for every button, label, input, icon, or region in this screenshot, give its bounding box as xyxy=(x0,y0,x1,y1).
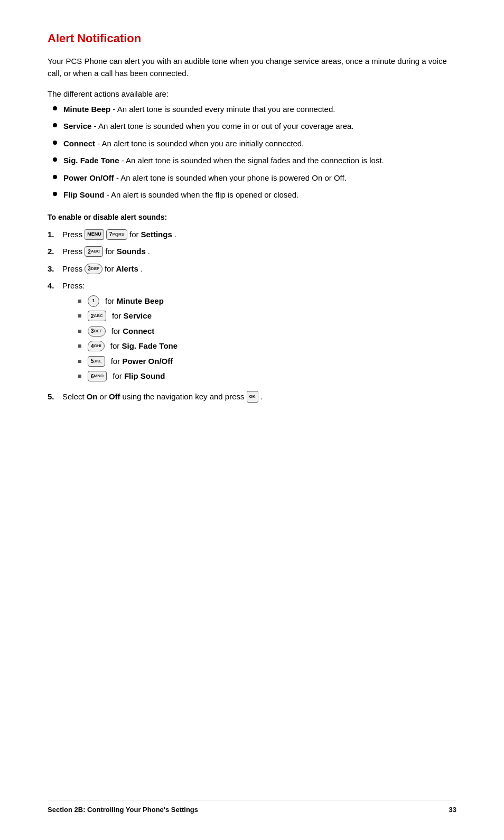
step-3-content: Press 3DEF for Alerts . xyxy=(62,263,456,275)
bullet-dot xyxy=(53,123,57,127)
step-1-text-after: for xyxy=(129,229,139,241)
sub-bullet-dot xyxy=(78,344,81,348)
period: . xyxy=(174,229,176,241)
sub-item-5-text: for Power On/Off xyxy=(111,356,173,368)
key-7pqrs: 7PQRS xyxy=(106,229,127,240)
step-3: 3. Press 3DEF for Alerts . xyxy=(48,263,456,275)
list-item: Sig. Fade Tone - An alert tone is sounde… xyxy=(53,155,456,167)
key-7-sub: PQRS xyxy=(112,231,124,238)
step-2-text-after: for xyxy=(105,246,115,258)
bullet-dot xyxy=(53,141,57,145)
bullet-list: Minute Beep - An alert tone is sounded e… xyxy=(48,104,456,201)
step-5-content: Select On or Off using the navigation ke… xyxy=(62,391,456,403)
bullet-term: Sig. Fade Tone xyxy=(63,156,119,165)
sub-item-3-text: for Connect xyxy=(111,325,155,338)
sub-bullet-dot xyxy=(78,300,81,303)
key-6mno-sub: 6MNO xyxy=(88,371,107,381)
step-2-bold: Sounds xyxy=(117,246,146,258)
step-4-text: Press: xyxy=(62,280,178,292)
sub-item-1-text: for Minute Beep xyxy=(105,295,164,307)
bullet-text: Connect - An alert tone is sounded when … xyxy=(63,138,456,150)
step-1: 1. Press MENU 7PQRS for Settings . xyxy=(48,229,456,241)
bullet-text: Service - An alert tone is sounded when … xyxy=(63,120,456,133)
period: . xyxy=(141,263,143,275)
step-number-3: 3. xyxy=(48,263,62,275)
sub-bullet-dot xyxy=(78,375,81,378)
step-3-text-after: for xyxy=(105,263,114,275)
period: . xyxy=(148,246,150,258)
step-5-period: . xyxy=(260,391,263,403)
step-2: 2. Press 2ABC for Sounds . xyxy=(48,246,456,258)
step-5-select: Select xyxy=(62,391,85,403)
bullet-dot xyxy=(53,157,57,162)
sub-item-2: 2ABC for Service xyxy=(78,310,178,322)
step-number-1: 1. xyxy=(48,229,62,241)
sub-bullet-dot xyxy=(78,360,81,363)
footer-page-number: 33 xyxy=(449,806,456,814)
sub-item-4-text: for Sig. Fade Tone xyxy=(110,340,178,352)
step-5-on: On xyxy=(87,391,98,403)
step-4: 4. Press: 1 for Minute Beep 2ABC for Ser… xyxy=(48,280,456,386)
step-1-content: Press MENU 7PQRS for Settings . xyxy=(62,229,456,241)
intro-paragraph: Your PCS Phone can alert you with an aud… xyxy=(48,55,456,80)
step-2-content: Press 2ABC for Sounds . xyxy=(62,246,456,258)
step-5: 5. Select On or Off using the navigation… xyxy=(48,391,456,403)
bullet-term: Minute Beep xyxy=(63,105,110,114)
sub-item-3: 3DEF for Connect xyxy=(78,325,178,338)
sub-item-4: 4GHI for Sig. Fade Tone xyxy=(78,340,178,352)
sub-item-6-text: for Flip Sound xyxy=(113,370,165,382)
list-item: Connect - An alert tone is sounded when … xyxy=(53,138,456,150)
ok-key: OK xyxy=(247,391,258,403)
actions-intro: The different actions available are: xyxy=(48,89,456,98)
key-3def-sub: 3DEF xyxy=(88,326,106,337)
sub-item-5: 5JKL for Power On/Off xyxy=(78,356,178,368)
sub-item-2-text: for Service xyxy=(112,310,152,322)
key-1: 1 xyxy=(88,295,99,307)
key-2abc: 2ABC xyxy=(85,246,103,257)
step-1-text-before: Press xyxy=(62,229,82,241)
bullet-text: Minute Beep - An alert tone is sounded e… xyxy=(63,104,456,116)
bullet-dot xyxy=(53,192,57,196)
step-5-middle: using the navigation key and press xyxy=(123,391,245,403)
section-label: To enable or disable alert sounds: xyxy=(48,213,456,221)
bullet-text: Power On/Off - An alert tone is sounded … xyxy=(63,172,456,184)
bullet-dot xyxy=(53,106,57,110)
sub-item-1: 1 for Minute Beep xyxy=(78,295,178,307)
sub-bullet-dot xyxy=(78,314,81,318)
bullet-text: Flip Sound - An alert is sounded when th… xyxy=(63,189,456,201)
step-2-text-before: Press xyxy=(62,246,82,258)
step-number-4: 4. xyxy=(48,280,62,292)
bullet-term: Power On/Off xyxy=(63,173,114,182)
footer-section-label: Section 2B: Controlling Your Phone's Set… xyxy=(48,806,198,814)
page-footer: Section 2B: Controlling Your Phone's Set… xyxy=(48,800,456,814)
menu-key-icon: MENU xyxy=(85,229,104,240)
list-item: Minute Beep - An alert tone is sounded e… xyxy=(53,104,456,116)
bullet-dot xyxy=(53,175,57,179)
bullet-term: Connect xyxy=(63,139,95,148)
step-number-2: 2. xyxy=(48,246,62,258)
step-5-or: or xyxy=(100,391,107,403)
step-number-5: 5. xyxy=(48,391,62,403)
sub-bullet-dot xyxy=(78,330,81,333)
sub-bullet-list: 1 for Minute Beep 2ABC for Service 3DEF … xyxy=(62,295,178,386)
key-3def: 3DEF xyxy=(85,264,102,274)
list-item: Service - An alert tone is sounded when … xyxy=(53,120,456,133)
bullet-term: Service xyxy=(63,122,91,130)
bullet-text: Sig. Fade Tone - An alert tone is sounde… xyxy=(63,155,456,167)
bullet-term: Flip Sound xyxy=(63,190,104,199)
step-3-bold: Alerts xyxy=(116,263,138,275)
key-5jkl-sub: 5JKL xyxy=(88,356,105,367)
page-title: Alert Notification xyxy=(48,32,456,45)
step-3-text-before: Press xyxy=(62,263,82,275)
list-item: Power On/Off - An alert tone is sounded … xyxy=(53,172,456,184)
list-item: Flip Sound - An alert is sounded when th… xyxy=(53,189,456,201)
key-2abc-sub: 2ABC xyxy=(88,311,106,321)
key-4ghi-sub: 4GHI xyxy=(88,341,105,351)
steps-list: 1. Press MENU 7PQRS for Settings . 2. Pr… xyxy=(48,229,456,403)
step-4-content: Press: 1 for Minute Beep 2ABC for Servic… xyxy=(62,280,178,386)
step-1-bold: Settings xyxy=(141,229,172,241)
sub-item-6: 6MNO for Flip Sound xyxy=(78,370,178,382)
page-container: Alert Notification Your PCS Phone can al… xyxy=(0,0,504,450)
step-5-off: Off xyxy=(109,391,120,403)
